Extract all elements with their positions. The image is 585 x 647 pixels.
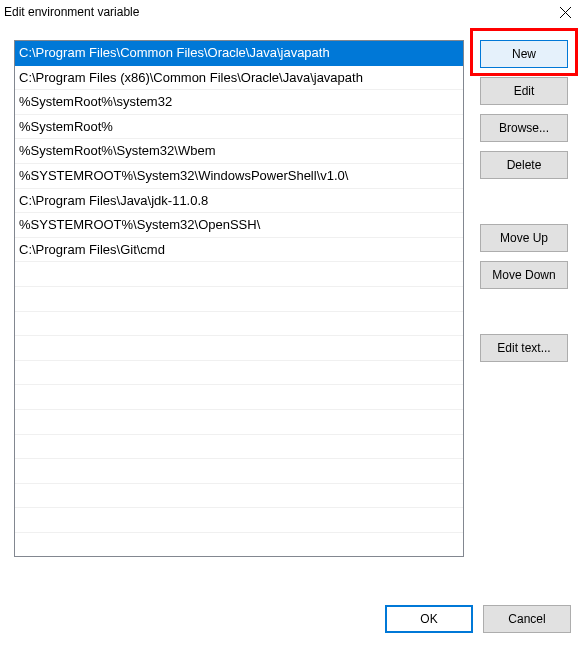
browse-button[interactable]: Browse... [480,114,568,142]
list-item[interactable] [15,287,463,312]
list-item[interactable]: %SystemRoot% [15,115,463,140]
list-item[interactable]: %SYSTEMROOT%\System32\OpenSSH\ [15,213,463,238]
path-listbox[interactable]: C:\Program Files\Common Files\Oracle\Jav… [14,40,464,557]
delete-button[interactable]: Delete [480,151,568,179]
list-item[interactable] [15,336,463,361]
edit-button[interactable]: Edit [480,77,568,105]
dialog-content: C:\Program Files\Common Files\Oracle\Jav… [0,24,585,571]
list-item[interactable] [15,435,463,460]
list-item[interactable] [15,312,463,337]
spacer [480,298,568,334]
close-icon [560,7,571,18]
cancel-button[interactable]: Cancel [483,605,571,633]
list-item[interactable]: %SYSTEMROOT%\System32\WindowsPowerShell\… [15,164,463,189]
window-title: Edit environment variable [4,5,139,19]
list-item[interactable] [15,385,463,410]
button-column: New Edit Browse... Delete Move Up Move D… [480,40,568,557]
dialog-footer: OK Cancel [385,605,571,633]
list-item[interactable] [15,508,463,533]
list-item[interactable]: C:\Program Files\Git\cmd [15,238,463,263]
edit-text-button[interactable]: Edit text... [480,334,568,362]
list-item[interactable] [15,459,463,484]
move-up-button[interactable]: Move Up [480,224,568,252]
list-item[interactable] [15,484,463,509]
list-item[interactable] [15,262,463,287]
close-button[interactable] [545,0,585,24]
list-item[interactable]: C:\Program Files\Java\jdk-11.0.8 [15,189,463,214]
list-item[interactable]: C:\Program Files\Common Files\Oracle\Jav… [15,41,463,66]
move-down-button[interactable]: Move Down [480,261,568,289]
list-item[interactable]: %SystemRoot%\system32 [15,90,463,115]
spacer [480,188,568,224]
new-button[interactable]: New [480,40,568,68]
ok-button[interactable]: OK [385,605,473,633]
list-item[interactable]: %SystemRoot%\System32\Wbem [15,139,463,164]
list-item[interactable] [15,361,463,386]
list-item[interactable]: C:\Program Files (x86)\Common Files\Orac… [15,66,463,91]
list-item[interactable] [15,533,463,557]
list-item[interactable] [15,410,463,435]
titlebar: Edit environment variable [0,0,585,24]
